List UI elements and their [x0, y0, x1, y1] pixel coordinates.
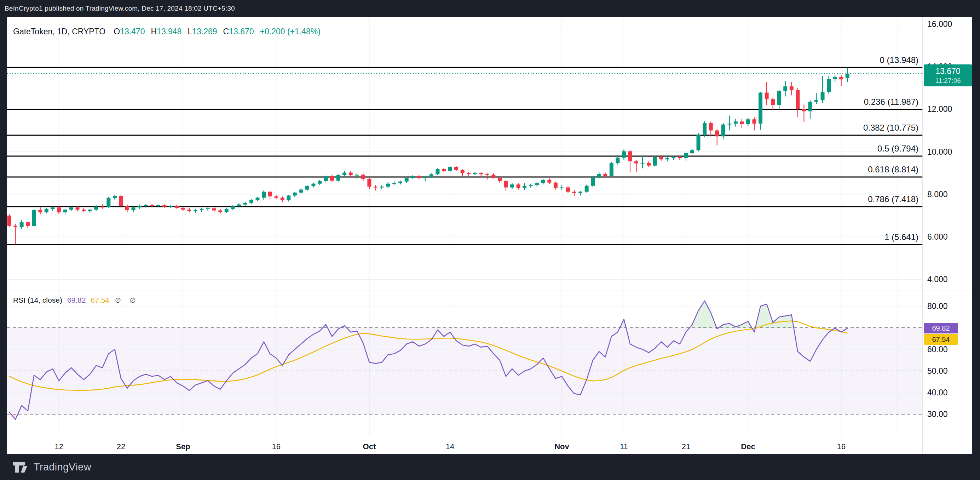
candle-body — [734, 121, 738, 124]
candle-body — [57, 207, 61, 212]
candle-body — [454, 167, 458, 170]
candle-body — [32, 210, 36, 226]
candle-body — [94, 207, 98, 210]
candle-body — [554, 183, 558, 188]
candle-body — [504, 181, 508, 188]
candle-body — [709, 123, 713, 130]
candle-body — [380, 187, 384, 187]
candle-body — [417, 176, 421, 178]
candle-body — [535, 183, 539, 185]
candle-body — [715, 131, 719, 137]
candle-body — [765, 93, 769, 99]
candle-body — [684, 153, 688, 158]
candle-body — [243, 203, 247, 205]
candle-body — [827, 79, 831, 92]
candle-wick — [481, 172, 482, 177]
candle-body — [448, 167, 452, 171]
candle-body — [20, 222, 24, 227]
candle-body — [833, 77, 837, 79]
candle-body — [336, 175, 340, 181]
candle-body — [703, 123, 706, 135]
candle-wick — [425, 176, 426, 181]
candle-body — [517, 184, 520, 188]
candle-body — [26, 222, 30, 226]
candle-body — [274, 196, 278, 198]
candle-body — [423, 177, 427, 178]
candle-body — [330, 176, 334, 180]
candle-body — [63, 210, 67, 212]
candle-body — [659, 157, 663, 159]
candle-body — [442, 169, 446, 171]
candle-body — [45, 209, 48, 212]
candle-body — [113, 196, 117, 198]
candle-body — [492, 175, 495, 178]
candle-body — [256, 198, 260, 199]
candle-body — [597, 174, 601, 177]
candle-body — [237, 205, 241, 206]
candle-body — [690, 150, 694, 153]
candle-body — [268, 192, 272, 196]
chart-canvas[interactable] — [0, 0, 980, 480]
candle-body — [231, 206, 235, 209]
candle-body — [759, 93, 762, 124]
candle-body — [119, 196, 123, 206]
candle-body — [740, 121, 744, 124]
candle-body — [485, 174, 489, 175]
candle-body — [156, 205, 160, 206]
candle-body — [746, 119, 750, 124]
candle-wick — [375, 185, 376, 190]
candle-body — [342, 172, 346, 175]
candle-body — [808, 102, 812, 111]
candle-body — [790, 86, 794, 90]
candle-body — [125, 206, 129, 210]
candle-body — [609, 163, 614, 176]
candle-body — [727, 124, 731, 124]
candle-body — [647, 163, 651, 166]
candle-body — [523, 186, 527, 188]
candle-body — [529, 185, 533, 185]
candle-body — [752, 119, 756, 124]
candle-body — [436, 169, 439, 174]
candle-body — [802, 108, 806, 111]
candle-body — [566, 188, 570, 192]
candle-wick — [841, 75, 842, 86]
candle-body — [541, 180, 545, 183]
candle-body — [374, 187, 377, 187]
candle-body — [783, 86, 787, 91]
candle-body — [367, 179, 371, 187]
candle-body — [560, 188, 563, 188]
candle-body — [200, 209, 204, 210]
candle-body — [578, 192, 582, 193]
candle-body — [38, 210, 42, 212]
candle-body — [697, 135, 700, 150]
candle-body — [634, 161, 638, 164]
candle-body — [100, 207, 104, 207]
candle-wick — [642, 155, 643, 168]
candle-body — [280, 198, 285, 200]
candle-body — [573, 192, 576, 193]
candle-body — [194, 210, 197, 211]
candle-body — [628, 151, 632, 161]
candle-body — [169, 206, 173, 207]
candle-wick — [487, 173, 487, 179]
candle-body — [771, 99, 775, 105]
candle-body — [622, 151, 626, 158]
candle-body — [206, 208, 210, 209]
candle-body — [355, 175, 359, 175]
candle-body — [461, 170, 465, 173]
candle-body — [591, 177, 595, 186]
candle-body — [175, 206, 179, 208]
candle-wick — [580, 191, 581, 195]
candle-body — [795, 90, 800, 108]
candle-body — [678, 157, 682, 158]
candle-body — [107, 198, 110, 207]
candle-body — [305, 186, 309, 190]
candle-body — [286, 195, 291, 200]
candle-body — [76, 207, 80, 210]
candle-body — [846, 73, 850, 78]
candle-body — [392, 183, 396, 184]
candle-body — [386, 184, 390, 187]
candle-body — [777, 91, 781, 105]
candle-body — [498, 178, 502, 181]
candle-body — [293, 193, 297, 195]
